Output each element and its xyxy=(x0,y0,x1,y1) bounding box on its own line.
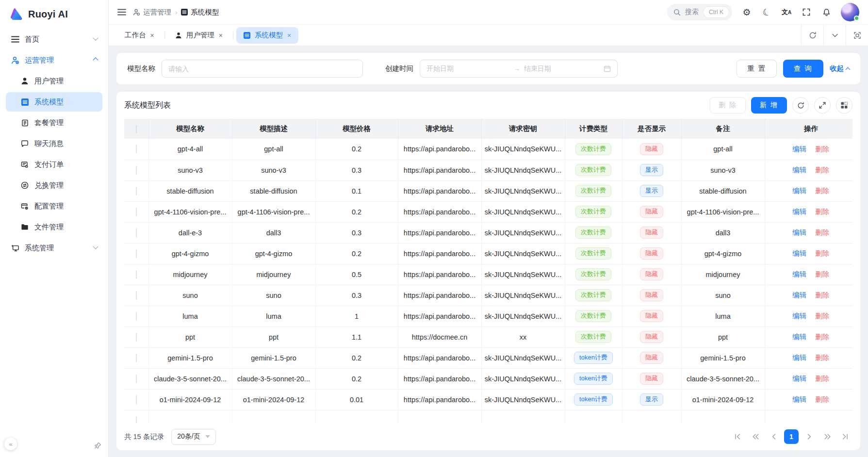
edit-link[interactable]: 编辑 xyxy=(792,395,806,403)
select-all-checkbox[interactable] xyxy=(136,125,137,133)
collapse-filter-link[interactable]: 收起 xyxy=(830,64,850,73)
prev-page-icon[interactable] xyxy=(766,429,781,444)
jump-back-icon[interactable] xyxy=(748,429,763,444)
sidebar-item-operations[interactable]: 运营管理 xyxy=(6,50,102,70)
delete-selected-button[interactable]: 删 除 xyxy=(710,97,746,114)
sidebar-item-home[interactable]: 首页 xyxy=(6,30,102,49)
notifications-bell-icon[interactable] xyxy=(821,7,832,17)
fullscreen-icon[interactable] xyxy=(801,7,812,17)
delete-link[interactable]: 删除 xyxy=(815,270,829,278)
row-checkbox[interactable] xyxy=(136,228,137,237)
delete-link[interactable]: 删除 xyxy=(815,187,829,195)
first-page-icon[interactable] xyxy=(730,429,745,444)
model-name-input[interactable] xyxy=(162,60,363,78)
column-header[interactable]: 模型描述 xyxy=(232,119,315,139)
row-checkbox[interactable] xyxy=(136,375,137,383)
sidebar-subitem-7[interactable]: 文件管理 xyxy=(6,217,102,237)
sidebar-item-system[interactable]: 系统管理 xyxy=(6,238,102,258)
tab-system-models[interactable]: 系统模型 × xyxy=(236,27,298,44)
breadcrumb-item-operations[interactable]: 运营管理 xyxy=(133,8,171,17)
breadcrumb-item-models[interactable]: 系统模型 xyxy=(181,8,219,17)
last-page-icon[interactable] xyxy=(838,429,852,444)
edit-link[interactable]: 编辑 xyxy=(792,187,806,195)
content-fullscreen-icon[interactable] xyxy=(846,25,868,46)
jump-forward-icon[interactable] xyxy=(820,429,835,444)
sidebar-toggle-icon[interactable] xyxy=(117,9,126,16)
sidebar-subitem-6[interactable]: 配置管理 xyxy=(6,196,102,216)
row-checkbox[interactable] xyxy=(136,145,137,153)
column-header[interactable]: 是否显示 xyxy=(622,119,681,139)
close-icon[interactable]: × xyxy=(150,32,154,39)
user-avatar[interactable] xyxy=(841,3,859,21)
brand-row[interactable]: Ruoyi AI xyxy=(6,0,102,28)
column-header[interactable]: 请求密钥 xyxy=(481,119,565,139)
next-page-icon[interactable] xyxy=(802,429,817,444)
date-range-picker[interactable]: 开始日期 → 结束日期 xyxy=(420,60,618,78)
delete-link[interactable]: 删除 xyxy=(815,208,829,215)
search-button[interactable]: 查 询 xyxy=(783,60,823,78)
sidebar-subitem-2[interactable]: 套餐管理 xyxy=(6,113,102,132)
edit-link[interactable]: 编辑 xyxy=(792,375,806,382)
row-checkbox[interactable] xyxy=(136,291,137,300)
close-icon[interactable]: × xyxy=(219,32,223,39)
current-page[interactable]: 1 xyxy=(784,429,799,444)
edit-link[interactable]: 编辑 xyxy=(792,208,806,215)
row-checkbox[interactable] xyxy=(136,208,137,216)
column-header[interactable]: 模型名称 xyxy=(148,119,232,139)
pin-icon[interactable] xyxy=(94,442,101,449)
sidebar-subitem-1[interactable]: 系统模型 xyxy=(6,92,102,112)
edit-link[interactable]: 编辑 xyxy=(792,354,806,361)
column-header[interactable]: 模型价格 xyxy=(315,119,398,139)
delete-link[interactable]: 删除 xyxy=(815,249,829,257)
delete-link[interactable]: 删除 xyxy=(815,354,829,361)
row-checkbox[interactable] xyxy=(136,270,137,279)
edit-link[interactable]: 编辑 xyxy=(792,166,806,174)
row-checkbox[interactable] xyxy=(136,354,137,362)
global-search[interactable]: 搜索 Ctrl K xyxy=(667,4,732,20)
edit-link[interactable]: 编辑 xyxy=(792,312,806,320)
row-checkbox[interactable] xyxy=(136,249,137,258)
column-header[interactable]: 备注 xyxy=(681,119,765,139)
dark-mode-moon-icon[interactable]: ☾ xyxy=(760,5,773,19)
add-button[interactable]: 新 增 xyxy=(751,97,787,114)
delete-link[interactable]: 删除 xyxy=(815,312,829,320)
tab-user-management[interactable]: 用户管理 × xyxy=(168,27,230,44)
language-translate-icon[interactable]: 文A xyxy=(781,7,792,17)
row-checkbox[interactable] xyxy=(136,416,137,424)
page-size-select[interactable]: 20条/页 xyxy=(171,429,215,445)
chevron-down-icon[interactable] xyxy=(823,25,846,46)
delete-link[interactable]: 删除 xyxy=(815,228,829,236)
sidebar-subitem-5[interactable]: 兑换管理 xyxy=(6,176,102,195)
delete-link[interactable]: 删除 xyxy=(815,166,829,174)
delete-link[interactable]: 删除 xyxy=(815,395,829,403)
row-checkbox[interactable] xyxy=(136,166,137,175)
row-checkbox[interactable] xyxy=(136,312,137,321)
tab-workbench[interactable]: 工作台 × xyxy=(117,27,162,44)
settings-gear-icon[interactable]: ⚙ xyxy=(741,7,752,17)
reset-button[interactable]: 重 置 xyxy=(737,60,777,78)
delete-link[interactable]: 删除 xyxy=(815,291,829,299)
column-settings-icon[interactable] xyxy=(836,97,852,114)
delete-link[interactable]: 删除 xyxy=(815,375,829,382)
refresh-icon[interactable] xyxy=(801,25,823,46)
column-header[interactable]: 操作 xyxy=(765,119,852,139)
edit-link[interactable]: 编辑 xyxy=(792,145,806,153)
edit-link[interactable]: 编辑 xyxy=(792,228,806,236)
edit-link[interactable]: 编辑 xyxy=(792,249,806,257)
column-header[interactable]: 计费类型 xyxy=(565,119,622,139)
row-checkbox[interactable] xyxy=(136,395,137,404)
delete-link[interactable]: 删除 xyxy=(815,333,829,341)
row-checkbox[interactable] xyxy=(136,187,137,196)
table-refresh-icon[interactable] xyxy=(792,97,809,114)
table-expand-icon[interactable] xyxy=(814,97,831,114)
sidebar-subitem-4[interactable]: 支付订单 xyxy=(6,155,102,174)
sidebar-collapse-button[interactable]: « xyxy=(4,438,17,450)
edit-link[interactable]: 编辑 xyxy=(792,333,806,341)
row-checkbox[interactable] xyxy=(136,333,137,342)
edit-link[interactable]: 编辑 xyxy=(792,270,806,278)
end-date-placeholder[interactable]: 结束日期 xyxy=(524,65,600,73)
column-header[interactable]: 请求地址 xyxy=(398,119,481,139)
delete-link[interactable]: 删除 xyxy=(815,145,829,153)
sidebar-subitem-3[interactable]: 聊天消息 xyxy=(6,134,102,153)
edit-link[interactable]: 编辑 xyxy=(792,291,806,299)
